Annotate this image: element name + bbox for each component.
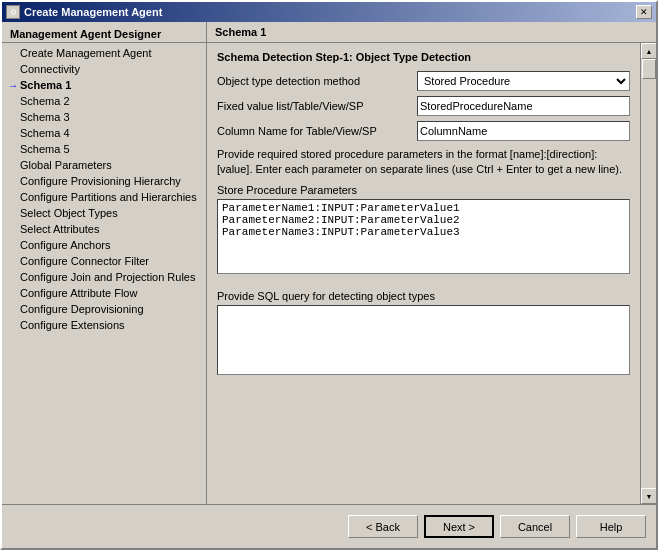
main-scroll-content: Schema Detection Step-1: Object Type Det… — [207, 43, 640, 504]
close-button[interactable]: ✕ — [636, 5, 652, 19]
sidebar-header: Management Agent Designer — [2, 26, 206, 43]
scroll-up-button[interactable]: ▲ — [641, 43, 656, 59]
sidebar-item-config-anchors[interactable]: Configure Anchors — [2, 237, 206, 253]
obj-type-method-select[interactable]: Stored ProcedureTableViewFixed Value Lis… — [417, 71, 630, 91]
sidebar: Management Agent Designer Create Managem… — [2, 22, 207, 504]
window-icon: ⚙ — [6, 5, 20, 19]
scroll-down-button[interactable]: ▼ — [641, 488, 656, 504]
fixed-value-input[interactable] — [417, 96, 630, 116]
sidebar-item-config-ext[interactable]: Configure Extensions — [2, 317, 206, 333]
scroll-track — [641, 59, 656, 488]
sql-query-label: Provide SQL query for detecting object t… — [217, 290, 630, 302]
next-button[interactable]: Next > — [424, 515, 494, 538]
content-area: Management Agent Designer Create Managem… — [2, 22, 656, 504]
scroll-thumb — [642, 59, 656, 79]
obj-type-method-label: Object type detection method — [217, 75, 417, 87]
col-name-label: Column Name for Table/View/SP — [217, 125, 417, 137]
sidebar-item-select-obj-types[interactable]: Select Object Types — [2, 205, 206, 221]
section-title: Schema Detection Step-1: Object Type Det… — [217, 51, 630, 63]
sidebar-item-config-connector[interactable]: Configure Connector Filter — [2, 253, 206, 269]
help-button[interactable]: Help — [576, 515, 646, 538]
sidebar-item-config-join[interactable]: Configure Join and Projection Rules — [2, 269, 206, 285]
main-scroll-area: Schema Detection Step-1: Object Type Det… — [207, 43, 656, 504]
window-title: Create Management Agent — [24, 6, 162, 18]
sidebar-item-global-params[interactable]: Global Parameters — [2, 157, 206, 173]
sidebar-item-create[interactable]: Create Management Agent — [2, 45, 206, 61]
fixed-value-row: Fixed value list/Table/View/SP — [217, 96, 630, 116]
footer: < Back Next > Cancel Help — [2, 504, 656, 548]
col-name-input[interactable] — [417, 121, 630, 141]
main-scrollbar: ▲ ▼ — [640, 43, 656, 504]
description-text: Provide required stored procedure parame… — [217, 147, 630, 178]
sidebar-item-select-attrs[interactable]: Select Attributes — [2, 221, 206, 237]
sidebar-item-schema2[interactable]: Schema 2 — [2, 93, 206, 109]
back-button[interactable]: < Back — [348, 515, 418, 538]
window: ⚙ Create Management Agent ✕ Management A… — [0, 0, 658, 550]
right-panel: Schema 1 Schema Detection Step-1: Object… — [207, 22, 656, 504]
main-header: Schema 1 — [207, 22, 656, 43]
store-proc-textarea[interactable] — [217, 199, 630, 274]
sidebar-item-connectivity[interactable]: Connectivity — [2, 61, 206, 77]
obj-type-method-row: Object type detection method Stored Proc… — [217, 71, 630, 91]
store-proc-label: Store Procedure Parameters — [217, 184, 630, 196]
fixed-value-label: Fixed value list/Table/View/SP — [217, 100, 417, 112]
sidebar-item-schema3[interactable]: Schema 3 — [2, 109, 206, 125]
sidebar-item-config-deprov[interactable]: Configure Deprovisioning — [2, 301, 206, 317]
sidebar-item-schema5[interactable]: Schema 5 — [2, 141, 206, 157]
title-bar: ⚙ Create Management Agent ✕ — [2, 2, 656, 22]
sidebar-item-config-attr-flow[interactable]: Configure Attribute Flow — [2, 285, 206, 301]
sidebar-item-schema4[interactable]: Schema 4 — [2, 125, 206, 141]
sidebar-item-schema1[interactable]: →Schema 1 — [2, 77, 206, 93]
col-name-row: Column Name for Table/View/SP — [217, 121, 630, 141]
cancel-button[interactable]: Cancel — [500, 515, 570, 538]
sidebar-item-config-parts[interactable]: Configure Partitions and Hierarchies — [2, 189, 206, 205]
sql-query-textarea[interactable] — [217, 305, 630, 375]
sidebar-item-config-prov-hier[interactable]: Configure Provisioning Hierarchy — [2, 173, 206, 189]
